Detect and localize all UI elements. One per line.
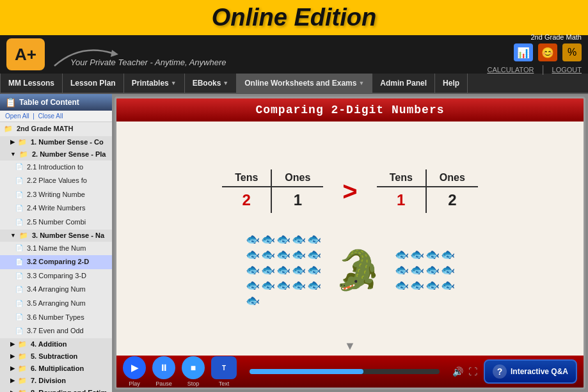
folder-icon-16: 📁 (18, 340, 27, 349)
fish: 🐟 (307, 232, 321, 246)
calculator-link[interactable]: CALCULATOR (487, 66, 534, 74)
fish: 🐟 (261, 263, 275, 277)
header-links: CALCULATOR | LOGOUT (487, 64, 582, 75)
sidebar-tree-item-9[interactable]: 📄3.1 Name the Num (0, 242, 112, 256)
right-tens-value: 1 (377, 187, 426, 213)
nav-item-ebooks[interactable]: EBooks ▼ (185, 74, 237, 93)
sidebar-tree-item-16[interactable]: ▶📁4. Addition (0, 338, 112, 350)
right-fish-group: 🐟 🐟 🐟 🐟 🐟 🐟 🐟 🐟 🐟 🐟 🐟 🐟 (395, 247, 455, 292)
play-button-group: ▶ Play (123, 356, 146, 387)
fish: 🐟 (261, 232, 275, 246)
fullscreen-icon[interactable]: ⛶ (468, 366, 477, 377)
sidebar-tree-item-3[interactable]: 📄2.1 Introduction to (0, 161, 112, 175)
volume-icon[interactable]: 🔊 (452, 366, 463, 377)
logout-link[interactable]: LOGOUT (552, 66, 582, 74)
right-digit-table: Tens Ones 1 2 (377, 169, 478, 213)
percent-icon[interactable]: % (562, 43, 582, 61)
sidebar-tree-item-2[interactable]: ▼📁2. Number Sense - Pla (0, 148, 112, 161)
right-controls: 🔊 ⛶ (452, 366, 477, 377)
banner-title: Online Edition (212, 4, 377, 31)
folder-icon-1: 📁 (18, 138, 27, 146)
left-digit-table: Tens Ones 2 1 (222, 169, 323, 213)
stop-label: Stop (187, 380, 200, 387)
fish: 🐟 (292, 278, 306, 292)
tree-expand-icon-17: ▶ (10, 353, 15, 359)
sidebar-tree-item-17[interactable]: ▶📁5. Subtraction (0, 350, 112, 363)
header: A+ Your Private Teacher - Anytime, Anywh… (0, 35, 588, 74)
sidebar-tree-item-19[interactable]: ▶📁7. Division (0, 375, 112, 387)
interactive-qa-button[interactable]: ? Interactive Q&A (484, 359, 577, 384)
sidebar-tree-item-13[interactable]: 📄3.5 Arranging Num (0, 297, 112, 311)
bar-chart-icon[interactable]: 📊 (514, 43, 533, 61)
stop-button[interactable]: ■ (182, 356, 205, 379)
fish: 🐟 (292, 247, 306, 262)
sidebar-tree-item-8[interactable]: ▼📁3. Number Sense - Na (0, 230, 112, 242)
fish: 🐟 (276, 247, 290, 262)
nav-item-lesson-plan[interactable]: Lesson Plan (63, 74, 124, 93)
sidebar-tree-item-0[interactable]: 📁2nd Grade MATH (0, 122, 112, 136)
doc-icon-9: 📄 (15, 243, 23, 253)
fish: 🐟 (395, 278, 409, 292)
toc-header: 📋 Table of Content (0, 94, 112, 111)
svg-marker-0 (111, 50, 118, 57)
sidebar-tree-item-11[interactable]: 📄3.3 Comparing 3-D (0, 269, 112, 283)
fish: 🐟 (292, 232, 306, 246)
nav-arrow-2: ▼ (171, 80, 177, 86)
sidebar-tree-item-10[interactable]: 📄3.2 Comparing 2-D (0, 255, 112, 269)
nav-item-printables[interactable]: Printables ▼ (124, 74, 185, 93)
sidebar-tree-item-18[interactable]: ▶📁6. Multiplication (0, 363, 112, 375)
left-tens-value: 2 (222, 187, 271, 213)
sidebar-tree-item-20[interactable]: ▶📁8. Rounding and Estim (0, 387, 112, 392)
left-ones-header: Ones (271, 169, 323, 187)
tree-expand-icon-16: ▶ (10, 341, 15, 347)
fish: 🐟 (246, 263, 260, 277)
progress-bar-area[interactable] (250, 369, 440, 374)
content-panel: Comparing 2-Digit Numbers Tens Ones (112, 94, 588, 392)
tree-expand-icon-1: ▶ (10, 139, 15, 145)
text-button[interactable]: T (211, 356, 237, 379)
nav-item-online-worksheets-and-exams[interactable]: Online Worksheets and Exams ▼ (237, 74, 372, 93)
sidebar-tree-item-14[interactable]: 📄3.6 Number Types (0, 311, 112, 325)
tree-expand-icon-20: ▶ (10, 389, 15, 392)
comparison-symbol: > (342, 177, 357, 206)
fish: 🐟 (246, 232, 260, 246)
sidebar-tree-item-6[interactable]: 📄2.4 Write Numbers (0, 201, 112, 216)
progress-fill (250, 369, 363, 374)
tree-expand-icon-8: ▼ (10, 232, 16, 239)
nav-item-mm-lessons[interactable]: MM Lessons (0, 74, 63, 93)
doc-icon-12: 📄 (15, 285, 23, 295)
pause-label: Pause (155, 380, 172, 387)
fish: 🐟 (246, 247, 260, 262)
pause-button[interactable]: ⏸ (152, 356, 175, 379)
fish: 🐟 (307, 247, 321, 262)
fish: 🐟 (292, 263, 306, 277)
fish: 🐟 (441, 263, 455, 277)
tree-expand-icon-19: ▶ (10, 377, 15, 384)
nav-arrow-3: ▼ (223, 80, 228, 86)
fish: 🐟 (307, 263, 321, 277)
sidebar-tree-item-5[interactable]: 📄2.3 Writing Numbe (0, 188, 112, 202)
comparison-area: Tens Ones 2 1 > (129, 169, 571, 213)
fish: 🐟 (410, 247, 424, 262)
lesson-title-bar: Comparing 2-Digit Numbers (116, 98, 584, 122)
sidebar-tree-item-12[interactable]: 📄3.4 Arranging Num (0, 283, 112, 297)
toc-open-close: Open All | Close All (0, 111, 112, 122)
sidebar-tree-item-15[interactable]: 📄3.7 Even and Odd (0, 324, 112, 338)
nav-item-help[interactable]: Help (435, 74, 468, 93)
nav-item-admin-panel[interactable]: Admin Panel (372, 74, 435, 93)
progress-track[interactable] (250, 369, 440, 374)
folder-icon-20: 📁 (18, 389, 27, 392)
doc-icon-11: 📄 (15, 271, 23, 281)
close-all-link[interactable]: Close All (38, 113, 63, 120)
folder-icon: 📁 (4, 123, 13, 135)
face-icon[interactable]: 😊 (538, 43, 557, 61)
sidebar-tree-item-4[interactable]: 📄2.2 Place Values fo (0, 174, 112, 188)
sidebar-tree-item-7[interactable]: 📄2.5 Number Combi (0, 216, 112, 230)
play-button[interactable]: ▶ (123, 356, 146, 379)
bottom-bar: ▶ Play ⏸ Pause ■ Stop T Text (116, 356, 584, 388)
grade-label: 2nd Grade Math (531, 33, 582, 41)
pause-button-group: ⏸ Pause (152, 356, 175, 387)
logo[interactable]: A+ (6, 38, 45, 70)
sidebar-tree-item-1[interactable]: ▶📁1. Number Sense - Co (0, 136, 112, 148)
open-all-link[interactable]: Open All (5, 113, 29, 120)
